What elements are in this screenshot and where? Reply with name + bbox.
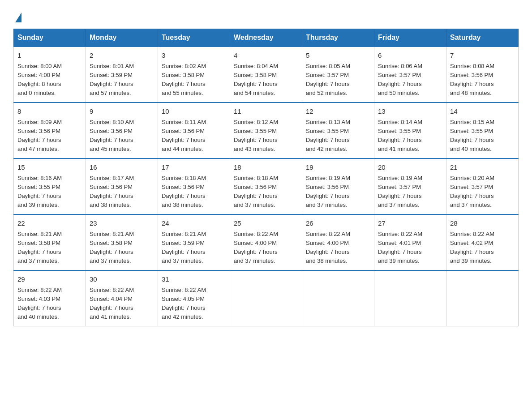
day-info: Sunrise: 8:00 AM Sunset: 4:00 PM Dayligh…: [17, 62, 82, 98]
day-number: 27: [378, 218, 442, 229]
day-info: Sunrise: 8:19 AM Sunset: 3:56 PM Dayligh…: [306, 174, 370, 210]
col-header-friday: Friday: [374, 29, 446, 47]
calendar-cell: [446, 270, 519, 326]
calendar-cell: 5Sunrise: 8:05 AM Sunset: 3:57 PM Daylig…: [302, 47, 374, 103]
calendar-cell: 19Sunrise: 8:19 AM Sunset: 3:56 PM Dayli…: [302, 158, 374, 214]
calendar-cell: 26Sunrise: 8:22 AM Sunset: 4:00 PM Dayli…: [302, 214, 374, 270]
day-info: Sunrise: 8:10 AM Sunset: 3:56 PM Dayligh…: [90, 118, 154, 154]
col-header-wednesday: Wednesday: [230, 29, 302, 47]
calendar-cell: 31Sunrise: 8:22 AM Sunset: 4:05 PM Dayli…: [158, 270, 230, 326]
day-info: Sunrise: 8:18 AM Sunset: 3:56 PM Dayligh…: [234, 174, 298, 210]
day-number: 29: [17, 274, 82, 285]
calendar-cell: [230, 270, 302, 326]
day-number: 14: [450, 107, 515, 117]
day-info: Sunrise: 8:17 AM Sunset: 3:56 PM Dayligh…: [90, 174, 154, 210]
calendar-cell: 15Sunrise: 8:16 AM Sunset: 3:55 PM Dayli…: [14, 158, 86, 214]
calendar-cell: 24Sunrise: 8:21 AM Sunset: 3:59 PM Dayli…: [158, 214, 230, 270]
calendar-cell: 25Sunrise: 8:22 AM Sunset: 4:00 PM Dayli…: [230, 214, 302, 270]
calendar-cell: 18Sunrise: 8:18 AM Sunset: 3:56 PM Dayli…: [230, 158, 302, 214]
day-number: 10: [162, 107, 226, 117]
day-info: Sunrise: 8:22 AM Sunset: 4:02 PM Dayligh…: [450, 230, 515, 266]
day-info: Sunrise: 8:12 AM Sunset: 3:55 PM Dayligh…: [234, 118, 298, 154]
day-info: Sunrise: 8:20 AM Sunset: 3:57 PM Dayligh…: [450, 174, 515, 210]
day-info: Sunrise: 8:21 AM Sunset: 3:58 PM Dayligh…: [17, 230, 82, 266]
calendar-cell: 1Sunrise: 8:00 AM Sunset: 4:00 PM Daylig…: [14, 47, 86, 103]
day-number: 20: [378, 163, 442, 173]
day-number: 1: [17, 51, 82, 61]
day-number: 13: [378, 107, 442, 117]
day-info: Sunrise: 8:16 AM Sunset: 3:55 PM Dayligh…: [17, 174, 82, 210]
day-number: 16: [90, 163, 154, 173]
day-info: Sunrise: 8:04 AM Sunset: 3:58 PM Dayligh…: [234, 62, 298, 98]
calendar-cell: [374, 270, 446, 326]
day-number: 6: [378, 51, 442, 61]
day-info: Sunrise: 8:18 AM Sunset: 3:56 PM Dayligh…: [162, 174, 226, 210]
col-header-monday: Monday: [86, 29, 158, 47]
calendar-cell: 17Sunrise: 8:18 AM Sunset: 3:56 PM Dayli…: [158, 158, 230, 214]
day-number: 26: [306, 218, 370, 229]
calendar-cell: 14Sunrise: 8:15 AM Sunset: 3:55 PM Dayli…: [446, 103, 519, 158]
calendar-cell: 9Sunrise: 8:10 AM Sunset: 3:56 PM Daylig…: [86, 103, 158, 158]
day-info: Sunrise: 8:06 AM Sunset: 3:57 PM Dayligh…: [378, 62, 442, 98]
day-number: 11: [234, 107, 298, 117]
calendar-cell: 2Sunrise: 8:01 AM Sunset: 3:59 PM Daylig…: [86, 47, 158, 103]
calendar-cell: 13Sunrise: 8:14 AM Sunset: 3:55 PM Dayli…: [374, 103, 446, 158]
calendar-cell: 21Sunrise: 8:20 AM Sunset: 3:57 PM Dayli…: [446, 158, 519, 214]
day-info: Sunrise: 8:05 AM Sunset: 3:57 PM Dayligh…: [306, 62, 370, 98]
day-number: 24: [162, 218, 226, 229]
day-number: 18: [234, 163, 298, 173]
day-info: Sunrise: 8:22 AM Sunset: 4:01 PM Dayligh…: [378, 230, 442, 266]
day-number: 31: [162, 274, 226, 285]
page-header: [13, 11, 519, 21]
day-info: Sunrise: 8:22 AM Sunset: 4:00 PM Dayligh…: [306, 230, 370, 266]
week-row-4: 22Sunrise: 8:21 AM Sunset: 3:58 PM Dayli…: [14, 214, 519, 270]
col-header-thursday: Thursday: [302, 29, 374, 47]
calendar-cell: 20Sunrise: 8:19 AM Sunset: 3:57 PM Dayli…: [374, 158, 446, 214]
day-number: 8: [17, 107, 82, 117]
col-header-saturday: Saturday: [446, 29, 519, 47]
day-number: 21: [450, 163, 515, 173]
week-row-5: 29Sunrise: 8:22 AM Sunset: 4:03 PM Dayli…: [14, 270, 519, 326]
day-info: Sunrise: 8:01 AM Sunset: 3:59 PM Dayligh…: [90, 62, 154, 98]
calendar-cell: 3Sunrise: 8:02 AM Sunset: 3:58 PM Daylig…: [158, 47, 230, 103]
day-number: 2: [90, 51, 154, 61]
calendar-header-row: SundayMondayTuesdayWednesdayThursdayFrid…: [14, 29, 519, 47]
day-info: Sunrise: 8:22 AM Sunset: 4:00 PM Dayligh…: [234, 230, 298, 266]
day-info: Sunrise: 8:21 AM Sunset: 3:59 PM Dayligh…: [162, 230, 226, 266]
calendar-cell: 22Sunrise: 8:21 AM Sunset: 3:58 PM Dayli…: [14, 214, 86, 270]
day-info: Sunrise: 8:09 AM Sunset: 3:56 PM Dayligh…: [17, 118, 82, 154]
logo-triangle-icon: [15, 13, 21, 22]
calendar-cell: 11Sunrise: 8:12 AM Sunset: 3:55 PM Dayli…: [230, 103, 302, 158]
day-info: Sunrise: 8:22 AM Sunset: 4:03 PM Dayligh…: [17, 286, 82, 322]
day-number: 7: [450, 51, 515, 61]
day-info: Sunrise: 8:15 AM Sunset: 3:55 PM Dayligh…: [450, 118, 515, 154]
week-row-1: 1Sunrise: 8:00 AM Sunset: 4:00 PM Daylig…: [14, 47, 519, 103]
day-info: Sunrise: 8:11 AM Sunset: 3:56 PM Dayligh…: [162, 118, 226, 154]
day-number: 19: [306, 163, 370, 173]
week-row-3: 15Sunrise: 8:16 AM Sunset: 3:55 PM Dayli…: [14, 158, 519, 214]
day-info: Sunrise: 8:22 AM Sunset: 4:05 PM Dayligh…: [162, 286, 226, 322]
day-number: 28: [450, 218, 515, 229]
calendar-table: SundayMondayTuesdayWednesdayThursdayFrid…: [13, 29, 519, 326]
calendar-cell: 30Sunrise: 8:22 AM Sunset: 4:04 PM Dayli…: [86, 270, 158, 326]
day-info: Sunrise: 8:08 AM Sunset: 3:56 PM Dayligh…: [450, 62, 515, 98]
calendar-cell: 29Sunrise: 8:22 AM Sunset: 4:03 PM Dayli…: [14, 270, 86, 326]
day-info: Sunrise: 8:19 AM Sunset: 3:57 PM Dayligh…: [378, 174, 442, 210]
calendar-cell: 4Sunrise: 8:04 AM Sunset: 3:58 PM Daylig…: [230, 47, 302, 103]
day-number: 12: [306, 107, 370, 117]
week-row-2: 8Sunrise: 8:09 AM Sunset: 3:56 PM Daylig…: [14, 103, 519, 158]
calendar-cell: 28Sunrise: 8:22 AM Sunset: 4:02 PM Dayli…: [446, 214, 519, 270]
calendar-cell: 10Sunrise: 8:11 AM Sunset: 3:56 PM Dayli…: [158, 103, 230, 158]
day-number: 25: [234, 218, 298, 229]
day-number: 15: [17, 163, 82, 173]
day-info: Sunrise: 8:02 AM Sunset: 3:58 PM Dayligh…: [162, 62, 226, 98]
calendar-cell: 6Sunrise: 8:06 AM Sunset: 3:57 PM Daylig…: [374, 47, 446, 103]
logo: [13, 11, 21, 21]
calendar-cell: 8Sunrise: 8:09 AM Sunset: 3:56 PM Daylig…: [14, 103, 86, 158]
day-info: Sunrise: 8:13 AM Sunset: 3:55 PM Dayligh…: [306, 118, 370, 154]
day-number: 23: [90, 218, 154, 229]
day-number: 22: [17, 218, 82, 229]
day-info: Sunrise: 8:14 AM Sunset: 3:55 PM Dayligh…: [378, 118, 442, 154]
calendar-cell: 27Sunrise: 8:22 AM Sunset: 4:01 PM Dayli…: [374, 214, 446, 270]
calendar-cell: 7Sunrise: 8:08 AM Sunset: 3:56 PM Daylig…: [446, 47, 519, 103]
